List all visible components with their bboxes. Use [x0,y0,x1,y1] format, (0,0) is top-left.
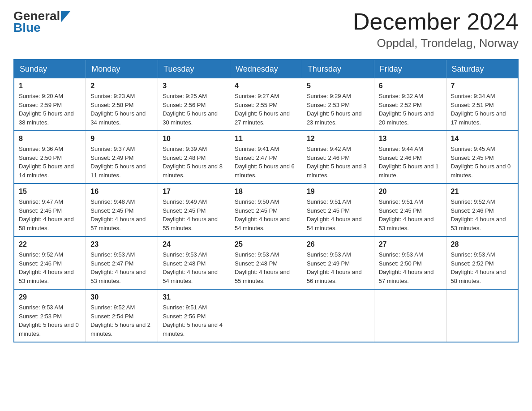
day-info: Sunrise: 9:37 AMSunset: 2:49 PMDaylight:… [90,145,153,180]
day-number: 12 [307,135,369,143]
day-number: 20 [379,188,442,196]
calendar-cell: 2Sunrise: 9:23 AMSunset: 2:58 PMDaylight… [86,78,158,131]
day-number: 8 [19,135,81,143]
day-number: 1 [19,82,81,90]
day-info: Sunrise: 9:52 AMSunset: 2:46 PMDaylight:… [451,197,513,232]
day-number: 14 [451,135,513,143]
day-info: Sunrise: 9:53 AMSunset: 2:50 PMDaylight:… [379,250,442,285]
day-info: Sunrise: 9:53 AMSunset: 2:48 PMDaylight:… [163,250,225,285]
calendar-cell [374,289,446,342]
day-info: Sunrise: 9:53 AMSunset: 2:48 PMDaylight:… [235,250,297,285]
day-number: 21 [451,188,513,196]
month-year-title: December 2024 [353,9,519,34]
calendar-cell: 18Sunrise: 9:50 AMSunset: 2:45 PMDayligh… [230,184,302,236]
day-number: 25 [235,240,297,248]
weekday-header-monday: Monday [86,60,158,78]
calendar-cell: 26Sunrise: 9:53 AMSunset: 2:49 PMDayligh… [302,236,374,289]
calendar-cell: 6Sunrise: 9:32 AMSunset: 2:52 PMDaylight… [374,78,446,131]
calendar-cell: 28Sunrise: 9:53 AMSunset: 2:52 PMDayligh… [446,236,518,289]
calendar-cell: 7Sunrise: 9:34 AMSunset: 2:51 PMDaylight… [446,78,518,131]
day-info: Sunrise: 9:44 AMSunset: 2:46 PMDaylight:… [379,145,442,180]
day-number: 28 [451,240,513,248]
day-number: 26 [307,240,369,248]
calendar-cell [302,289,374,342]
calendar-cell: 31Sunrise: 9:51 AMSunset: 2:56 PMDayligh… [158,289,230,342]
day-info: Sunrise: 9:41 AMSunset: 2:47 PMDaylight:… [235,145,297,180]
weekday-header-tuesday: Tuesday [158,60,230,78]
calendar-cell: 11Sunrise: 9:41 AMSunset: 2:47 PMDayligh… [230,131,302,184]
page-header: General Blue December 2024 Oppdal, Trond… [13,9,519,50]
day-number: 29 [19,293,81,301]
calendar-cell: 21Sunrise: 9:52 AMSunset: 2:46 PMDayligh… [446,184,518,236]
day-number: 7 [451,82,513,90]
calendar-cell: 8Sunrise: 9:36 AMSunset: 2:50 PMDaylight… [14,131,86,184]
day-info: Sunrise: 9:45 AMSunset: 2:45 PMDaylight:… [451,145,513,180]
day-number: 23 [90,240,153,248]
calendar-cell: 19Sunrise: 9:51 AMSunset: 2:45 PMDayligh… [302,184,374,236]
day-number: 11 [235,135,297,143]
day-info: Sunrise: 9:20 AMSunset: 2:59 PMDaylight:… [19,92,81,127]
day-number: 19 [307,188,369,196]
day-info: Sunrise: 9:29 AMSunset: 2:53 PMDaylight:… [307,92,369,127]
location-subtitle: Oppdal, Trondelag, Norway [353,36,519,50]
day-info: Sunrise: 9:52 AMSunset: 2:46 PMDaylight:… [19,250,81,285]
day-info: Sunrise: 9:36 AMSunset: 2:50 PMDaylight:… [19,145,81,180]
calendar-cell: 10Sunrise: 9:39 AMSunset: 2:48 PMDayligh… [158,131,230,184]
calendar-cell: 5Sunrise: 9:29 AMSunset: 2:53 PMDaylight… [302,78,374,131]
day-number: 22 [19,240,81,248]
calendar-week-row-1: 1Sunrise: 9:20 AMSunset: 2:59 PMDaylight… [14,78,518,131]
calendar-cell: 20Sunrise: 9:51 AMSunset: 2:45 PMDayligh… [374,184,446,236]
calendar-cell: 17Sunrise: 9:49 AMSunset: 2:45 PMDayligh… [158,184,230,236]
day-info: Sunrise: 9:52 AMSunset: 2:54 PMDaylight:… [90,303,153,338]
calendar-cell: 16Sunrise: 9:48 AMSunset: 2:45 PMDayligh… [86,184,158,236]
calendar-cell: 25Sunrise: 9:53 AMSunset: 2:48 PMDayligh… [230,236,302,289]
calendar-cell: 9Sunrise: 9:37 AMSunset: 2:49 PMDaylight… [86,131,158,184]
day-number: 13 [379,135,442,143]
day-info: Sunrise: 9:42 AMSunset: 2:46 PMDaylight:… [307,145,369,180]
day-number: 6 [379,82,442,90]
calendar-cell: 12Sunrise: 9:42 AMSunset: 2:46 PMDayligh… [302,131,374,184]
day-number: 30 [90,293,153,301]
day-info: Sunrise: 9:51 AMSunset: 2:45 PMDaylight:… [379,197,442,232]
weekday-header-sunday: Sunday [14,60,86,78]
calendar-cell [230,289,302,342]
day-info: Sunrise: 9:32 AMSunset: 2:52 PMDaylight:… [379,92,442,127]
day-info: Sunrise: 9:25 AMSunset: 2:56 PMDaylight:… [163,92,225,127]
logo-triangle-icon [61,11,71,22]
day-number: 24 [163,240,225,248]
calendar-week-row-5: 29Sunrise: 9:53 AMSunset: 2:53 PMDayligh… [14,289,518,342]
calendar-table: SundayMondayTuesdayWednesdayThursdayFrid… [13,59,519,342]
weekday-header-row: SundayMondayTuesdayWednesdayThursdayFrid… [14,60,518,78]
day-number: 17 [163,188,225,196]
calendar-cell: 13Sunrise: 9:44 AMSunset: 2:46 PMDayligh… [374,131,446,184]
calendar-week-row-4: 22Sunrise: 9:52 AMSunset: 2:46 PMDayligh… [14,236,518,289]
day-number: 3 [163,82,225,90]
day-info: Sunrise: 9:47 AMSunset: 2:45 PMDaylight:… [19,197,81,232]
calendar-cell: 1Sunrise: 9:20 AMSunset: 2:59 PMDaylight… [14,78,86,131]
day-number: 5 [307,82,369,90]
day-info: Sunrise: 9:39 AMSunset: 2:48 PMDaylight:… [163,145,225,180]
day-info: Sunrise: 9:53 AMSunset: 2:49 PMDaylight:… [307,250,369,285]
weekday-header-thursday: Thursday [302,60,374,78]
calendar-cell: 14Sunrise: 9:45 AMSunset: 2:45 PMDayligh… [446,131,518,184]
calendar-cell: 27Sunrise: 9:53 AMSunset: 2:50 PMDayligh… [374,236,446,289]
day-number: 10 [163,135,225,143]
calendar-week-row-2: 8Sunrise: 9:36 AMSunset: 2:50 PMDaylight… [14,131,518,184]
svg-marker-0 [61,11,71,22]
logo-blue-text: Blue [13,21,41,35]
day-number: 4 [235,82,297,90]
calendar-cell [446,289,518,342]
day-info: Sunrise: 9:53 AMSunset: 2:52 PMDaylight:… [451,250,513,285]
weekday-header-saturday: Saturday [446,60,518,78]
day-info: Sunrise: 9:34 AMSunset: 2:51 PMDaylight:… [451,92,513,127]
day-info: Sunrise: 9:53 AMSunset: 2:47 PMDaylight:… [90,250,153,285]
day-number: 15 [19,188,81,196]
day-number: 9 [90,135,153,143]
calendar-cell: 23Sunrise: 9:53 AMSunset: 2:47 PMDayligh… [86,236,158,289]
day-info: Sunrise: 9:51 AMSunset: 2:56 PMDaylight:… [163,303,225,338]
weekday-header-wednesday: Wednesday [230,60,302,78]
day-number: 18 [235,188,297,196]
day-info: Sunrise: 9:51 AMSunset: 2:45 PMDaylight:… [307,197,369,232]
logo: General Blue [13,9,71,35]
day-info: Sunrise: 9:50 AMSunset: 2:45 PMDaylight:… [235,197,297,232]
